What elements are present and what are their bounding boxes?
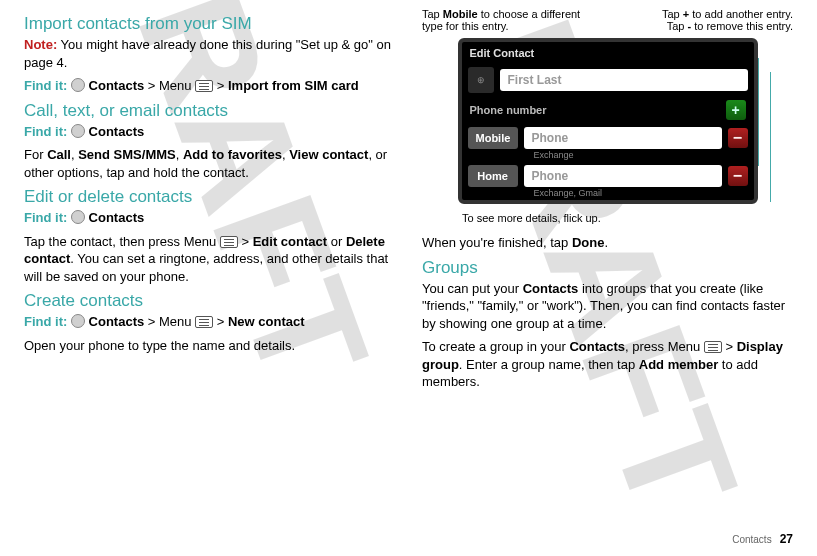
menu-icon: [220, 236, 238, 248]
edit-contact-title: Edit Contact: [462, 42, 754, 64]
note-label: Note:: [24, 37, 57, 52]
type-mobile-button[interactable]: Mobile: [468, 127, 518, 149]
groups-instructions: To create a group in your Contacts, pres…: [422, 338, 793, 391]
phone-number-header: Phone number: [470, 104, 547, 116]
heading-groups: Groups: [422, 258, 793, 278]
callout-mobile: Tap Mobile to choose a different type fo…: [422, 8, 598, 32]
call-options: For Call, Send SMS/MMS, Add to favorites…: [24, 146, 394, 181]
right-column: Tap Mobile to choose a different type fo…: [422, 8, 793, 397]
menu-icon: [195, 316, 213, 328]
flick-caption: To see more details, flick up.: [462, 212, 793, 224]
contacts-icon: [71, 210, 85, 224]
phone-mockup: Edit Contact ⊕ First Last Phone number +…: [458, 38, 758, 204]
create-instructions: Open your phone to type the name and det…: [24, 337, 394, 355]
add-entry-button[interactable]: +: [726, 100, 746, 120]
name-input[interactable]: First Last: [500, 69, 748, 91]
type-home-button[interactable]: Home: [468, 165, 518, 187]
page-number: 27: [780, 532, 793, 546]
contacts-icon: [71, 78, 85, 92]
done-instruction: When you're finished, tap Done.: [422, 234, 793, 252]
phone-input-mobile[interactable]: Phone: [524, 127, 722, 149]
contacts-icon: [71, 314, 85, 328]
heading-edit: Edit or delete contacts: [24, 187, 394, 207]
account-label: Exchange: [462, 150, 754, 160]
findit-create: Find it: Contacts > Menu > New contact: [24, 313, 394, 331]
edit-instructions: Tap the contact, then press Menu > Edit …: [24, 233, 394, 286]
account-label: Exchange, Gmail: [462, 188, 754, 198]
findit-call: Find it: Contacts: [24, 123, 394, 141]
phone-input-home[interactable]: Phone: [524, 165, 722, 187]
contacts-icon: [71, 124, 85, 138]
heading-create: Create contacts: [24, 291, 394, 311]
menu-icon: [195, 80, 213, 92]
note-paragraph: Note: You might have already done this d…: [24, 36, 394, 71]
remove-entry-button[interactable]: −: [728, 128, 748, 148]
heading-call: Call, text, or email contacts: [24, 101, 394, 121]
page-footer: Contacts27: [732, 532, 793, 546]
menu-icon: [704, 341, 722, 353]
heading-import: Import contacts from your SIM: [24, 14, 394, 34]
callout-plus-minus: Tap + to add another entry. Tap - to rem…: [618, 8, 794, 32]
avatar-icon[interactable]: ⊕: [468, 67, 494, 93]
left-column: Import contacts from your SIM Note: You …: [24, 8, 394, 397]
groups-desc: You can put your Contacts into groups th…: [422, 280, 793, 333]
findit-import: Find it: Contacts > Menu > Import from S…: [24, 77, 394, 95]
remove-entry-button[interactable]: −: [728, 166, 748, 186]
findit-edit: Find it: Contacts: [24, 209, 394, 227]
